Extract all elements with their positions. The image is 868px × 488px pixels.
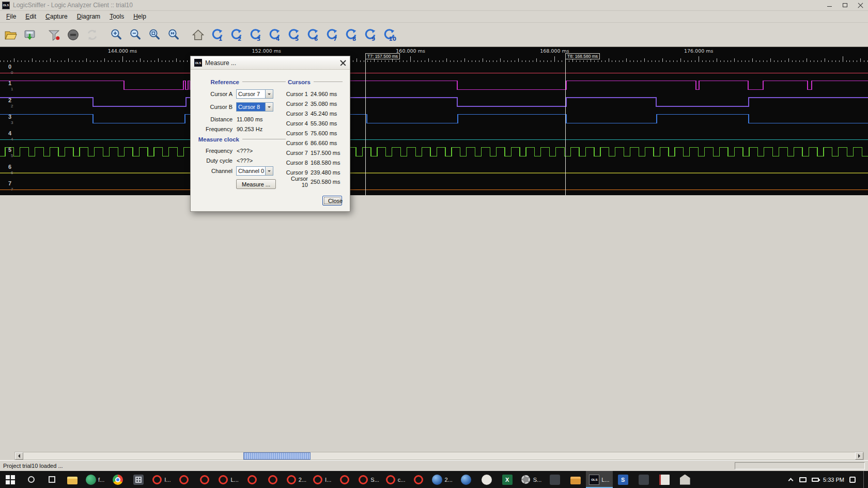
toolbar-repeat-capture[interactable] xyxy=(84,27,100,42)
cursor-a-dropdown-icon[interactable] xyxy=(265,90,273,98)
taskbar-logicsniffer[interactable]: L... xyxy=(586,471,612,488)
taskbar-start-button[interactable] xyxy=(0,471,21,488)
reference-section-header: Reference xyxy=(196,77,286,87)
taskbar-task-view[interactable] xyxy=(41,471,62,488)
section-divider xyxy=(242,82,286,83)
toolbar-goto-cursor-5[interactable]: 5 xyxy=(286,27,301,42)
blues-icon xyxy=(618,475,628,485)
toolbar-goto-cursor-3[interactable]: 3 xyxy=(247,27,263,42)
toolbar-goto-cursor-8[interactable]: 8 xyxy=(343,27,359,42)
maximize-button[interactable] xyxy=(837,0,853,10)
opera-icon xyxy=(179,475,189,484)
toolbar-save-project[interactable] xyxy=(22,27,37,42)
minimize-button[interactable] xyxy=(822,0,837,10)
scroll-left-button[interactable] xyxy=(15,452,23,460)
menu-help[interactable]: Help xyxy=(129,11,151,22)
cursors-section-header: Cursors xyxy=(286,77,343,87)
menu-tools[interactable]: Tools xyxy=(105,11,129,22)
cursor-a-select[interactable]: Cursor 7 xyxy=(236,89,273,99)
scroll-right-button[interactable] xyxy=(855,452,863,460)
toolbar-zoom-out[interactable] xyxy=(128,27,143,42)
scrollbar-thumb[interactable] xyxy=(243,452,311,460)
tray-display-icon[interactable] xyxy=(799,477,807,482)
toolbar-goto-cursor-4[interactable]: 4 xyxy=(267,27,282,42)
cursor-row-label: Cursor 3 xyxy=(286,111,311,117)
taskbar-app-s1[interactable]: S... xyxy=(355,471,382,488)
cursor-line-T7[interactable] xyxy=(365,54,366,195)
dialog-close-action-button[interactable]: Close xyxy=(322,196,342,206)
channel-dropdown-icon[interactable] xyxy=(265,167,273,175)
toolbar-zoom-in[interactable] xyxy=(109,27,124,42)
toolbar-goto-cursor-2[interactable]: 2 xyxy=(228,27,244,42)
taskbar-app-o3[interactable] xyxy=(242,471,262,488)
taskbar-app-dark1[interactable] xyxy=(545,471,565,488)
taskbar-app-book[interactable] xyxy=(654,471,675,488)
toolbar-open-project[interactable] xyxy=(3,27,18,42)
taskbar-app-i1[interactable]: I... xyxy=(149,471,174,488)
notification-center-icon[interactable] xyxy=(849,477,856,483)
taskbar-app-o2[interactable] xyxy=(194,471,215,488)
close-button[interactable] xyxy=(853,0,868,10)
cursor-row-label: Cursor 6 xyxy=(286,140,311,146)
taskbar-excel[interactable] xyxy=(497,471,518,488)
toolbar-begin-capture[interactable] xyxy=(46,27,61,42)
taskbar-app-i2[interactable]: I... xyxy=(309,471,334,488)
toolbar-goto-cursor-1[interactable]: 1 xyxy=(209,27,225,42)
taskbar-app-o5[interactable] xyxy=(334,471,355,488)
channel-select[interactable]: Channel 0 xyxy=(236,166,273,176)
toolbar-abort-capture[interactable] xyxy=(65,27,81,42)
menu-capture[interactable]: Capture xyxy=(41,11,72,22)
search-icon xyxy=(28,476,35,483)
taskbar-app-c1[interactable]: c... xyxy=(382,471,409,488)
explorer-icon xyxy=(67,477,78,484)
cursor-b-dropdown-icon[interactable] xyxy=(265,103,273,111)
timeline-ruler[interactable]: 144.000 ms152.000 ms160.000 ms168.000 ms… xyxy=(0,47,868,62)
menu-file[interactable]: File xyxy=(2,11,21,22)
taskbar-app-22[interactable]: 2... xyxy=(429,471,455,488)
taskbar-app-globe[interactable] xyxy=(456,471,476,488)
tray-expand-icon[interactable] xyxy=(788,478,794,483)
taskbar-app-l1[interactable]: L... xyxy=(215,471,241,488)
toolbar-zoom-original[interactable] xyxy=(147,27,162,42)
tray-battery-icon[interactable] xyxy=(812,478,819,482)
taskview-icon xyxy=(49,476,55,483)
measure-dialog-titlebar[interactable]: OLS Measure ... xyxy=(191,56,350,70)
clock[interactable]: 5:33 PM xyxy=(823,477,844,483)
toolbar-goto-trigger[interactable] xyxy=(190,27,206,42)
dialog-close-icon[interactable] xyxy=(340,60,346,66)
toolbar-goto-cursor-6[interactable]: 6 xyxy=(305,27,320,42)
cursor-row-value: 168.580 ms xyxy=(311,160,340,166)
cursor-flag-T7[interactable]: T7: 157.500 ms xyxy=(365,53,400,59)
dark-icon xyxy=(639,475,649,485)
waveform-area[interactable]: 0011223344556677 xyxy=(0,62,868,195)
measure-button[interactable]: Measure ... xyxy=(236,179,276,189)
menu-diagram[interactable]: Diagram xyxy=(72,11,105,22)
taskbar-app-s2[interactable] xyxy=(613,471,633,488)
taskbar-app-settings[interactable]: S... xyxy=(518,471,545,488)
taskbar-app-bank[interactable] xyxy=(675,471,695,488)
horizontal-scrollbar[interactable] xyxy=(14,452,864,460)
cursor-b-select[interactable]: Cursor 8 xyxy=(236,102,273,112)
taskbar-chrome[interactable] xyxy=(107,471,128,488)
taskbar-app-o4[interactable] xyxy=(262,471,283,488)
toolbar-goto-cursor-7[interactable]: 7 xyxy=(324,27,339,42)
taskbar-app-grid[interactable] xyxy=(128,471,149,488)
taskbar-app-dark2[interactable] xyxy=(633,471,654,488)
toolbar-goto-cursor-9[interactable]: 9 xyxy=(362,27,378,42)
menu-edit[interactable]: Edit xyxy=(21,11,41,22)
scrollbar-track[interactable] xyxy=(23,452,855,460)
toolbar-zoom-fit[interactable] xyxy=(166,27,181,42)
taskbar-app-21[interactable]: 2... xyxy=(283,471,309,488)
taskbar-search[interactable] xyxy=(21,471,41,488)
show-desktop-button[interactable] xyxy=(863,471,866,488)
toolbar-goto-cursor-10[interactable]: 10 xyxy=(381,27,397,42)
taskbar-file-explorer[interactable] xyxy=(62,471,83,488)
taskbar-app-f[interactable]: f... xyxy=(83,471,107,488)
taskbar-app-folder[interactable] xyxy=(565,471,586,488)
cursor-line-T8[interactable] xyxy=(565,54,566,195)
taskbar-app-o1[interactable] xyxy=(174,471,194,488)
cursor-flag-T8[interactable]: T8: 168.580 ms xyxy=(565,53,600,59)
opera-icon xyxy=(247,475,257,484)
taskbar-app-o6[interactable] xyxy=(408,471,429,488)
taskbar-app-white[interactable] xyxy=(476,471,497,488)
